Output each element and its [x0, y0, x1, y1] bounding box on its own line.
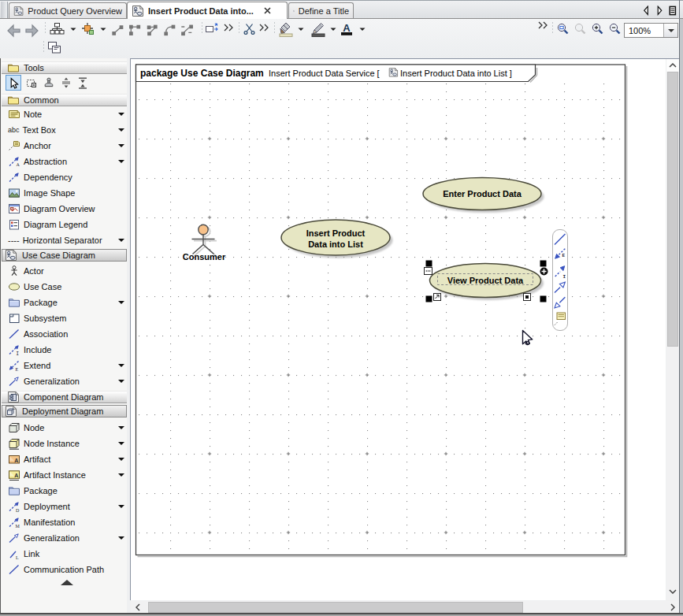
svg-text:Insert Product Data into List: Insert Product Data into List ]	[400, 69, 512, 78]
svg-text:package Use Case Diagram: package Use Case Diagram	[140, 68, 264, 79]
svg-text:Data into List: Data into List	[308, 239, 363, 249]
svg-text:E: E	[562, 253, 566, 258]
svg-text:Enter Product Data: Enter Product Data	[443, 189, 522, 199]
svg-text:View Product Data: View Product Data	[447, 276, 524, 285]
svg-text:D: D	[16, 508, 20, 513]
svg-text:Insert Product Data Service [: Insert Product Data Service [	[269, 69, 380, 78]
svg-text:A: A	[17, 162, 20, 167]
svg-text:L: L	[16, 555, 19, 560]
svg-text:I: I	[16, 351, 19, 357]
svg-text:E: E	[16, 367, 19, 372]
svg-text:I: I	[563, 274, 566, 280]
svg-text:Insert Product: Insert Product	[306, 228, 366, 238]
svg-text:A: A	[343, 22, 351, 34]
svg-text:M: M	[16, 524, 20, 529]
svg-text:Consumer: Consumer	[183, 252, 226, 262]
